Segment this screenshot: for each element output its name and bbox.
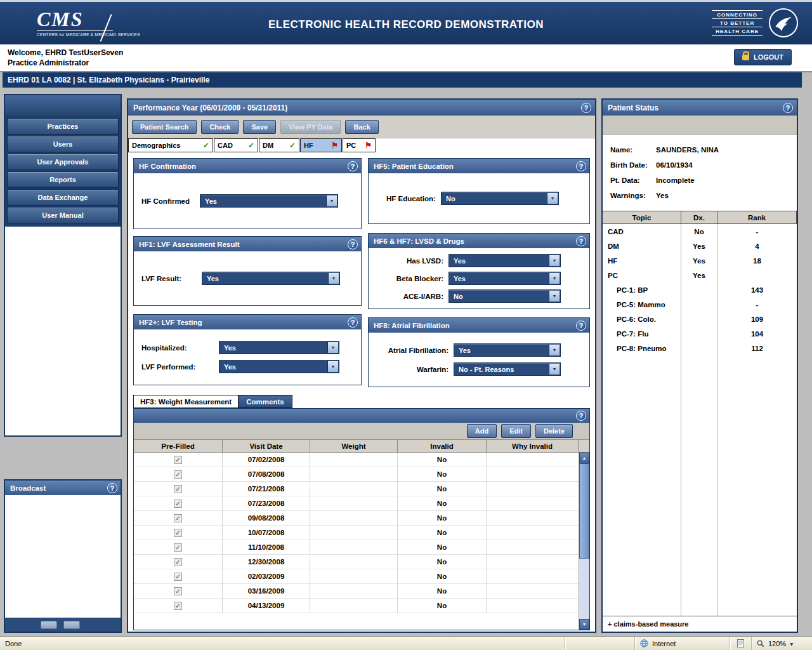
prefilled-checkbox[interactable] [174,514,182,522]
hf2-lvf-testing-group: HF2+: LVF Testing Hospitalized: Yes LVF … [133,314,362,385]
save-button[interactable]: Save [243,120,276,134]
selected-value: Yes [207,275,219,282]
topic-row: PC-5: Mammo - [603,297,797,312]
prefilled-checkbox[interactable] [174,500,182,508]
hospitalized-select[interactable]: Yes [219,341,339,354]
warfarin-select[interactable]: No - Pt. Reasons [454,362,561,376]
atrial-fibrillation-select[interactable]: Yes [454,343,561,357]
tab-hf3-weight-measurement[interactable]: HF3: Weight Measurement [133,395,239,408]
hf-confirmed-select[interactable]: Yes [200,194,338,208]
vertical-scrollbar[interactable] [579,453,589,630]
chevron-down-icon[interactable] [549,345,560,355]
chevron-down-icon[interactable] [549,273,560,284]
tab-demographics[interactable]: Demographics [128,138,213,152]
field-hf-education: HF Education: No [369,192,589,205]
hhs-eagle-icon [769,8,798,37]
weight-row: 03/16/2009 No [134,584,579,599]
ace-i-arb-select[interactable]: No [449,289,561,303]
selected-value: Yes [224,363,236,371]
prefilled-checkbox[interactable] [174,587,182,595]
prefilled-checkbox[interactable] [174,529,182,537]
security-zone-pane: Internet [634,637,730,650]
zoom-control[interactable]: 120% [751,637,812,650]
tab-cad[interactable]: CAD [214,138,258,152]
performance-year-help-icon[interactable] [581,103,591,113]
edit-button[interactable]: Edit [501,424,531,438]
patient-search-button[interactable]: Patient Search [132,120,197,134]
module-tabs: Demographics CAD DM HF PC [128,138,595,152]
hf67-help-icon[interactable] [576,236,586,246]
group-title: HF1: LVF Assessment Result [139,241,239,248]
chevron-down-icon[interactable] [547,193,558,204]
hf-confirmation-help-icon[interactable] [348,161,358,171]
check-icon [203,142,209,149]
broadcast-help-icon[interactable] [107,483,117,493]
topic-row: PC-1: BP 143 [603,282,797,297]
field-hospitalized: Hospitalized: Yes [134,341,361,354]
chevron-down-icon[interactable] [549,291,560,302]
welcome-bar: Welcome, EHRD TestUserSeven Practice Adm… [0,44,812,72]
topic-table-header: Topic Dx. Rank [603,211,797,224]
lvf-result-select[interactable]: Yes [202,272,340,285]
scrollbar-thumb[interactable] [579,463,589,559]
scrollbar-track[interactable] [579,559,589,619]
sidebar-item-user-approvals[interactable]: User Approvals [7,154,119,170]
check-button[interactable]: Check [201,120,239,134]
tab-pc[interactable]: PC [343,138,376,152]
chevron-down-icon[interactable] [326,196,337,206]
prefilled-checkbox[interactable] [174,573,182,581]
broadcast-panel: Broadcast [4,479,122,633]
prefilled-checkbox[interactable] [174,456,182,464]
chevron-down-icon[interactable] [328,273,339,284]
sidebar-item-users[interactable]: Users [7,136,119,152]
sidebar-item-user-manual[interactable]: User Manual [7,207,119,223]
prefilled-checkbox[interactable] [174,602,182,610]
chevron-down-icon[interactable] [327,361,338,372]
back-button[interactable]: Back [345,120,378,134]
scroll-down-button[interactable] [579,619,589,630]
hf2-help-icon[interactable] [348,317,358,328]
topic-row: PC-6: Colo. 109 [603,312,797,326]
patient-fields: Name: SAUNDERS, NINA Birth Date: 06/10/1… [603,135,797,207]
selected-value: Yes [205,197,217,205]
hf-education-select[interactable]: No [441,192,559,205]
weight-row: 10/07/2008 No [134,526,579,540]
beta-blocker-select[interactable]: Yes [449,272,561,285]
logout-button[interactable]: LOGOUT [734,49,792,65]
weight-row: 07/02/2008 No [134,453,579,467]
scroll-up-button[interactable] [579,453,589,463]
broadcast-next-button[interactable] [63,621,80,629]
add-button[interactable]: Add [467,424,497,438]
prefilled-checkbox[interactable] [174,470,182,479]
chevron-down-icon[interactable] [327,342,338,353]
chevron-down-icon[interactable] [549,364,560,375]
patient-status-help-icon[interactable] [783,103,793,113]
sidebar-item-data-exchange[interactable]: Data Exchange [7,189,119,206]
sidebar: Practices Users User Approvals Reports D… [4,94,122,437]
tab-dm[interactable]: DM [259,138,299,152]
group-title: HF2+: LVF Testing [139,319,202,326]
hf5-help-icon[interactable] [576,161,586,171]
lvf-performed-select[interactable]: Yes [219,360,339,373]
weight-help-icon[interactable] [576,411,586,421]
hf8-help-icon[interactable] [576,321,586,331]
weight-row: 02/03/2009 No [134,569,579,584]
delete-button[interactable]: Delete [535,424,573,438]
chevron-down-icon[interactable] [549,255,560,266]
selected-value: Yes [454,257,466,265]
field-lvf-performed: LVF Performed: Yes [134,360,361,373]
prefilled-checkbox[interactable] [174,485,182,493]
app-banner: CMS CENTERS for MEDICARE & MEDICAID SERV… [0,0,812,44]
prefilled-checkbox[interactable] [174,543,182,552]
sidebar-item-practices[interactable]: Practices [7,118,119,135]
tab-comments[interactable]: Comments [239,395,292,408]
tab-hf[interactable]: HF [300,138,342,152]
broadcast-prev-button[interactable] [41,621,57,629]
topic-row: PC-8: Pneumo 112 [603,341,797,355]
hf1-help-icon[interactable] [348,239,358,249]
has-lvsd-select[interactable]: Yes [449,254,561,267]
sidebar-item-reports[interactable]: Reports [7,171,119,188]
prefilled-checkbox[interactable] [174,558,182,566]
patient-birthdate-row: Birth Date: 06/10/1934 [610,157,797,173]
check-icon [248,142,254,149]
